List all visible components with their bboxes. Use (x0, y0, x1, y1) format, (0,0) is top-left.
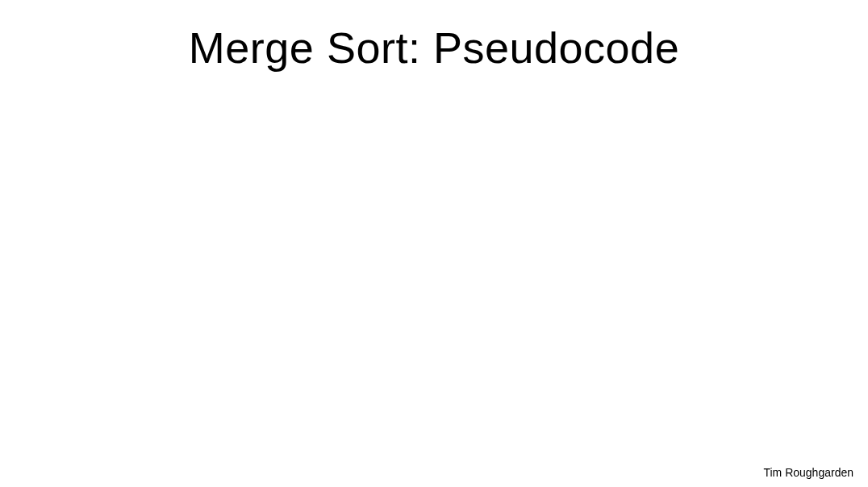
slide-title: Merge Sort: Pseudocode (0, 23, 868, 73)
presentation-slide: Merge Sort: Pseudocode Tim Roughgarden (0, 0, 868, 487)
slide-author: Tim Roughgarden (763, 466, 853, 479)
